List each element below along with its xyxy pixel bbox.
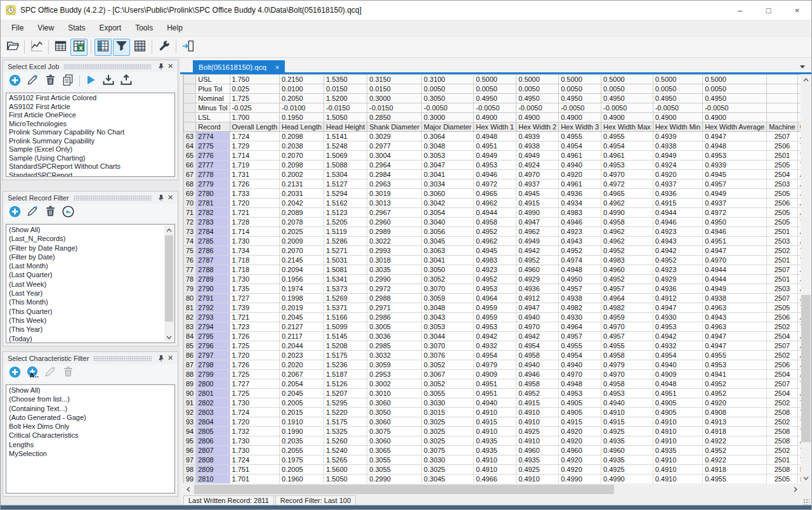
value-cell[interactable]: 0.4929 [516,275,559,284]
spec-cell[interactable]: 0.1950 [280,113,324,122]
record-cell[interactable]: 2801 [196,389,230,398]
value-cell[interactable]: 0.4910 [474,455,516,465]
spec-cell[interactable]: 0.3150 [367,75,422,84]
row-header[interactable]: 68 [184,180,196,189]
value-cell[interactable]: 1.5099 [324,322,367,332]
machine-cell[interactable]: 2508 [767,465,798,474]
value-cell[interactable]: 0.3029 [367,132,422,141]
spec-cell[interactable] [767,75,798,84]
spec-cell[interactable]: -0.0050 [653,103,703,113]
spec-cell[interactable]: 1.750 [230,75,280,84]
value-cell[interactable]: 0.4910 [474,427,516,436]
value-cell[interactable]: 0.4962 [601,237,653,246]
record-cell[interactable]: 2775 [196,141,230,151]
spec-cell[interactable]: 0.4950 [516,94,559,103]
value-cell[interactable]: 0.1974 [280,284,324,294]
spec-cell[interactable]: -0.0150 [324,103,367,113]
column-header-hex-width-max[interactable]: Hex Width Max [601,122,653,132]
row-header[interactable]: 81 [184,303,196,313]
value-cell[interactable]: 0.3060 [367,398,422,408]
record-cell[interactable]: 2806 [196,436,230,446]
value-cell[interactable]: 1.5600 [324,465,367,474]
column-header-hex-width-2[interactable]: Hex Width 2 [516,122,559,132]
value-cell[interactable]: 0.4955 [703,351,767,360]
value-cell[interactable]: 0.4947 [703,341,767,351]
record-cell[interactable]: 2804 [196,417,230,427]
spec-cell[interactable]: 0.0050 [703,84,767,94]
value-cell[interactable]: 0.4952 [559,246,601,256]
row-header[interactable]: 83 [184,322,196,332]
value-cell[interactable]: 0.2145 [280,256,324,265]
list-item[interactable]: AS9102 First Article [6,103,174,112]
value-cell[interactable]: 0.4910 [653,474,703,484]
value-cell[interactable]: 0.4915 [653,199,703,208]
value-cell[interactable]: 0.2094 [280,265,324,275]
value-cell[interactable]: 0.4948 [559,265,601,275]
machine-cell[interactable]: 2504 [767,389,798,398]
value-cell[interactable]: 0.4970 [601,370,653,379]
value-cell[interactable]: 0.4945 [516,189,559,199]
value-cell[interactable]: 0.4934 [559,199,601,208]
value-cell[interactable]: 0.2045 [280,389,324,398]
value-cell[interactable]: 0.4920 [559,465,601,474]
scrollbar-thumb[interactable] [165,235,173,322]
spec-cell[interactable]: 0.0100 [280,84,324,94]
value-cell[interactable]: 0.4937 [703,199,767,208]
machine-cell[interactable]: 2502 [767,246,798,256]
value-cell[interactable]: 1.5166 [324,313,367,322]
spec-label[interactable]: Nominal [196,94,230,103]
value-cell[interactable]: 0.2070 [280,151,324,160]
value-cell[interactable]: 0.4922 [703,455,767,465]
machine-cell[interactable]: 2507 [767,341,798,351]
value-cell[interactable]: 1.5240 [324,446,367,455]
spec-cell[interactable]: 0.0150 [324,84,367,94]
spec-cell[interactable]: 0.0050 [601,84,653,94]
value-cell[interactable]: 0.4946 [653,218,703,227]
value-cell[interactable]: 0.4935 [474,446,516,455]
excel-job-button[interactable]: X [70,39,88,56]
excel-job-import-button[interactable] [101,74,116,89]
spec-cell[interactable]: -0.0050 [516,103,559,113]
spec-cell[interactable] [767,103,798,113]
record-cell[interactable]: 2797 [196,351,230,360]
value-cell[interactable]: 1.5175 [324,417,367,427]
value-cell[interactable]: 0.4965 [601,189,653,199]
value-cell[interactable]: 0.3052 [422,360,474,370]
value-cell[interactable]: 1.5220 [324,408,367,417]
list-item[interactable]: (Show All) [6,386,174,395]
value-cell[interactable]: 0.1956 [280,275,324,284]
value-cell[interactable]: 0.3041 [422,170,474,180]
list-item[interactable]: StandardSPCReport [6,171,174,178]
value-cell[interactable]: 0.3052 [422,379,474,389]
value-cell[interactable]: 0.2070 [280,246,324,256]
value-cell[interactable]: 0.3036 [367,332,422,341]
value-cell[interactable]: 0.4962 [516,227,559,237]
value-cell[interactable]: 0.4949 [516,151,559,160]
value-cell[interactable]: 0.4920 [559,427,601,436]
machine-cell[interactable]: 2503 [767,180,798,189]
row-header[interactable]: 65 [184,151,196,160]
value-cell[interactable]: 0.4940 [474,398,516,408]
value-cell[interactable]: 1.5031 [324,256,367,265]
value-cell[interactable]: 0.4960 [516,446,559,455]
value-cell[interactable]: 0.4923 [653,227,703,237]
value-cell[interactable]: 0.4979 [601,360,653,370]
value-cell[interactable]: 0.4920 [559,170,601,180]
value-cell[interactable]: 0.3075 [367,427,422,436]
value-cell[interactable]: 0.1975 [280,455,324,465]
value-cell[interactable]: 0.1998 [280,294,324,303]
value-cell[interactable]: 0.4923 [653,265,703,275]
record-cell[interactable]: 2787 [196,256,230,265]
value-cell[interactable]: 0.4954 [474,351,516,360]
close-icon[interactable]: ✕ [166,193,175,202]
row-header[interactable]: 95 [184,436,196,446]
value-cell[interactable]: 0.4963 [703,303,767,313]
machine-cell[interactable]: 2505 [767,160,798,170]
value-cell[interactable]: 0.3067 [422,370,474,379]
value-cell[interactable]: 0.4936 [653,189,703,199]
value-cell[interactable]: 1.720 [230,417,280,427]
machine-cell[interactable]: 2506 [767,199,798,208]
spec-cell[interactable]: 0.4900 [516,113,559,122]
value-cell[interactable]: 0.4960 [559,446,601,455]
value-cell[interactable]: 0.4990 [559,474,601,484]
